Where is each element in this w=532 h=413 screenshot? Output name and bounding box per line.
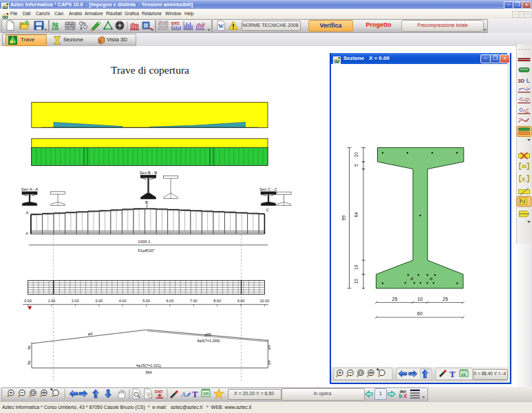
- svg-text:99: 99: [342, 215, 347, 221]
- svg-text:W: W: [218, 23, 224, 30]
- svg-text:4.00: 4.00: [119, 299, 127, 303]
- svg-text:T: T: [449, 369, 456, 379]
- svg-text:10: 10: [417, 297, 423, 301]
- svg-text:EPZ: EPZ: [171, 21, 180, 25]
- svg-text:A: A: [26, 211, 29, 215]
- svg-text:7.00: 7.00: [190, 299, 198, 303]
- svg-text:3.00: 3.00: [95, 299, 103, 303]
- svg-text:4φ15(7=1.021): 4φ15(7=1.021): [136, 363, 162, 368]
- svg-text:T: T: [192, 389, 198, 399]
- svg-text:φ99: φ99: [204, 332, 211, 337]
- svg-text:A: A: [26, 231, 29, 235]
- svg-text:25: 25: [392, 297, 398, 301]
- svg-text:A: A: [181, 390, 187, 399]
- svg-text:φ4: φ4: [267, 361, 271, 365]
- svg-text:8.00: 8.00: [213, 299, 221, 303]
- svg-text:10: 10: [354, 279, 359, 284]
- svg-text:0.00: 0.00: [24, 299, 32, 303]
- svg-text:SE: SE: [461, 372, 467, 377]
- svg-text:5: 5: [354, 164, 359, 167]
- svg-text:N: N: [83, 21, 85, 25]
- svg-text:3D: 3D: [518, 78, 525, 84]
- svg-text:INV: INV: [400, 390, 407, 394]
- svg-text:Trave di copertura: Trave di copertura: [111, 64, 189, 76]
- svg-text:4φ6(7=1.099): 4φ6(7=1.099): [197, 339, 220, 343]
- svg-text:C: C: [266, 208, 270, 212]
- svg-text:51φ8/20″: 51φ8/20″: [138, 248, 155, 253]
- svg-text:Sez.B - B: Sez.B - B: [140, 171, 157, 175]
- svg-text:cm: cm: [52, 26, 58, 31]
- svg-text:5.00: 5.00: [142, 299, 150, 303]
- svg-text:10.00: 10.00: [260, 299, 270, 303]
- svg-text:Sez.C - C: Sez.C - C: [259, 187, 278, 191]
- svg-text:4φ: 4φ: [27, 360, 31, 365]
- svg-text:φ4: φ4: [267, 346, 271, 350]
- svg-text:φ9: φ9: [88, 332, 93, 336]
- svg-text:10: 10: [354, 264, 359, 270]
- svg-text:2.00: 2.00: [72, 299, 79, 303]
- svg-text:64: 64: [354, 212, 359, 218]
- svg-text:60: 60: [417, 311, 423, 316]
- svg-text:B: B: [145, 200, 148, 204]
- svg-text:4φ: 4φ: [27, 345, 31, 350]
- svg-text:Sez.A - A: Sez.A - A: [21, 187, 39, 191]
- svg-text:1.00: 1.00: [48, 299, 56, 303]
- svg-text:994: 994: [145, 370, 151, 374]
- svg-text:DXF: DXF: [155, 390, 163, 394]
- svg-text:6.00: 6.00: [167, 299, 174, 303]
- svg-text:E: E: [522, 176, 526, 182]
- svg-text:1000.1: 1000.1: [138, 240, 151, 244]
- svg-text:10: 10: [354, 152, 359, 158]
- svg-text:9.00: 9.00: [237, 299, 245, 303]
- svg-text:25: 25: [443, 297, 448, 301]
- svg-text:SR: SR: [203, 392, 209, 396]
